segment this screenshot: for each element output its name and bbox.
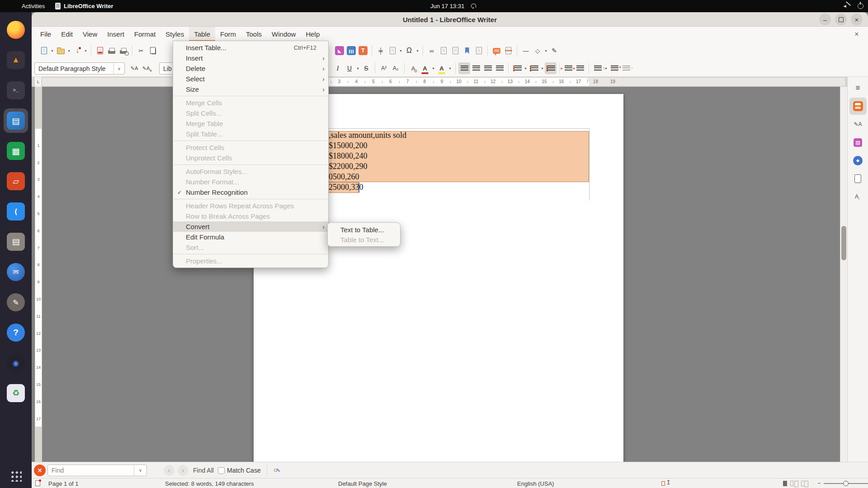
multi-page-view-button[interactable] (790, 481, 793, 486)
font-color-button[interactable]: A (419, 62, 431, 74)
table-menu-item[interactable]: Sort... (173, 242, 328, 253)
document-modified-icon[interactable] (35, 480, 40, 486)
menubar-item[interactable]: View (78, 27, 102, 42)
right-indent-marker[interactable]: ⌂ (587, 77, 589, 82)
sidebar-style-inspector-tab[interactable]: A (849, 188, 867, 205)
dock-help[interactable]: ? (4, 320, 28, 345)
align-left-button[interactable] (458, 62, 470, 74)
paragraph-style-combobox[interactable]: Default Paragraph Style ∨ (34, 62, 125, 75)
sidebar-navigator-tab[interactable]: ◆ (849, 152, 867, 169)
table-menu-item[interactable]: ✓ Number Recognition (173, 187, 328, 197)
dock-gimp[interactable]: ✎ (4, 290, 28, 314)
export-pdf-button[interactable] (94, 45, 106, 56)
freeform-line-button[interactable]: ✎ (548, 45, 560, 56)
underline-button[interactable]: U (344, 62, 355, 74)
copy-button[interactable] (147, 45, 159, 56)
unordered-list-button[interactable] (511, 62, 523, 74)
word-count-status[interactable]: Selected: 8 words, 149 characters (165, 479, 254, 488)
new-document-button[interactable] (38, 45, 50, 56)
clock-menu[interactable]: Jun 17 13:31 (430, 0, 476, 12)
match-case-checkbox[interactable] (218, 467, 225, 474)
superscript-button[interactable]: A² (378, 62, 390, 74)
dock-libreoffice-writer[interactable]: ▤ (4, 108, 28, 133)
dropdown-arrow-icon[interactable]: ▾ (523, 66, 528, 70)
table-menu-item[interactable]: Split Table... (173, 129, 328, 139)
save-button[interactable]: ↓ (71, 45, 83, 56)
highlight-color-button[interactable]: A (436, 62, 448, 74)
insert-page-break-button[interactable]: ╪ (375, 45, 387, 56)
single-page-view-button[interactable] (783, 481, 787, 486)
align-justify-button[interactable] (494, 62, 505, 74)
table-menu-item[interactable]: Select › (173, 74, 328, 84)
dropdown-arrow-icon[interactable]: ▾ (83, 49, 88, 53)
convert-submenu-item[interactable]: Table to Text... (328, 235, 400, 244)
page-number-status[interactable]: Page 1 of 1 (48, 479, 79, 488)
dropdown-arrow-icon[interactable]: ▾ (431, 66, 436, 70)
language-status[interactable]: English (USA) (517, 479, 554, 488)
table-menu-item[interactable]: Edit Formula (173, 232, 328, 242)
dropdown-arrow-icon[interactable]: ▾ (398, 49, 403, 53)
convert-submenu-item[interactable]: Text to Table... (328, 225, 400, 235)
decrease-paragraph-spacing-button[interactable] (620, 62, 632, 74)
close-button[interactable]: × (851, 14, 863, 25)
menubar-item[interactable]: Table (189, 27, 215, 42)
horizontal-line-button[interactable]: — (520, 45, 532, 56)
menubar-item[interactable]: Tools (241, 27, 267, 42)
table-menu-item[interactable]: Row to Break Across Pages (173, 211, 328, 221)
dock-libreoffice-impress[interactable]: ▱ (4, 169, 28, 193)
dock-terminal[interactable]: >_ (4, 78, 28, 103)
italic-button[interactable]: I (332, 62, 344, 74)
line-spacing-button[interactable] (592, 62, 604, 74)
sidebar-gallery-tab[interactable]: ▨ (849, 134, 867, 151)
find-previous-button[interactable]: ∧ (164, 465, 175, 476)
find-input[interactable] (48, 465, 134, 476)
insert-field-button[interactable] (387, 45, 398, 56)
find-all-button[interactable]: Find All (193, 462, 214, 479)
dropdown-arrow-icon[interactable]: ▾ (50, 49, 55, 53)
page-style-status[interactable]: Default Page Style (338, 479, 387, 488)
sidebar-page-tab[interactable] (849, 170, 867, 187)
insert-special-character-button[interactable]: Ω (403, 45, 415, 56)
dropdown-arrow-icon[interactable]: ▾ (543, 49, 548, 53)
dock-vlc[interactable]: ▲ (4, 48, 28, 72)
insert-footnote-button[interactable] (438, 45, 449, 56)
tab-stop-selector[interactable]: L (35, 77, 42, 87)
insert-image-button[interactable]: ◣ (334, 45, 345, 56)
zoom-slider-knob[interactable] (843, 481, 849, 486)
decrease-indent-button[interactable] (574, 62, 586, 74)
dropdown-arrow-icon[interactable]: ▾ (415, 49, 420, 53)
align-right-button[interactable] (482, 62, 494, 74)
dock-vscode[interactable]: ⟨ (4, 199, 28, 224)
table-menu-item[interactable]: Unprotect Cells (173, 153, 328, 163)
dock-libreoffice-calc[interactable]: ▦ (4, 139, 28, 163)
insert-chart-button[interactable] (345, 45, 357, 56)
print-preview-button[interactable] (118, 45, 129, 56)
insert-comment-button[interactable] (491, 45, 502, 56)
table-menu-item[interactable]: Delete › (173, 63, 328, 74)
menubar-item[interactable]: Window (267, 27, 301, 42)
table-menu-item[interactable]: Insert Table... Ctrl+F12 (173, 42, 328, 53)
minimize-button[interactable]: – (819, 14, 831, 25)
cut-button[interactable]: ✂ (135, 45, 147, 56)
table-menu-item[interactable]: Header Rows Repeat Across Pages (173, 201, 328, 211)
align-center-button[interactable] (470, 62, 482, 74)
book-view-button[interactable] (801, 481, 804, 486)
activities-button[interactable]: Activities (18, 0, 48, 12)
update-style-button[interactable]: ✎A (128, 62, 140, 74)
menubar-item[interactable]: Format (129, 27, 161, 42)
insert-cross-reference-button[interactable] (473, 45, 485, 56)
restore-button[interactable] (835, 14, 847, 25)
new-style-button[interactable]: ✎A (140, 62, 152, 74)
insert-bookmark-button[interactable] (461, 45, 473, 56)
dropdown-arrow-icon[interactable]: ▾ (66, 49, 71, 53)
chevron-down-icon[interactable]: ∨ (134, 465, 146, 476)
ordered-list-button[interactable] (528, 62, 540, 74)
table-menu-item[interactable]: Merge Table (173, 118, 328, 129)
table-menu-item[interactable]: Insert › (173, 53, 328, 63)
zoom-out-button[interactable]: − (817, 480, 821, 487)
dock-app-grid-button[interactable] (10, 470, 22, 482)
insert-text-box-button[interactable]: T (357, 45, 369, 56)
insert-mode-icon[interactable] (661, 481, 665, 486)
track-changes-button[interactable] (502, 45, 514, 56)
subscript-button[interactable]: A₂ (390, 62, 401, 74)
